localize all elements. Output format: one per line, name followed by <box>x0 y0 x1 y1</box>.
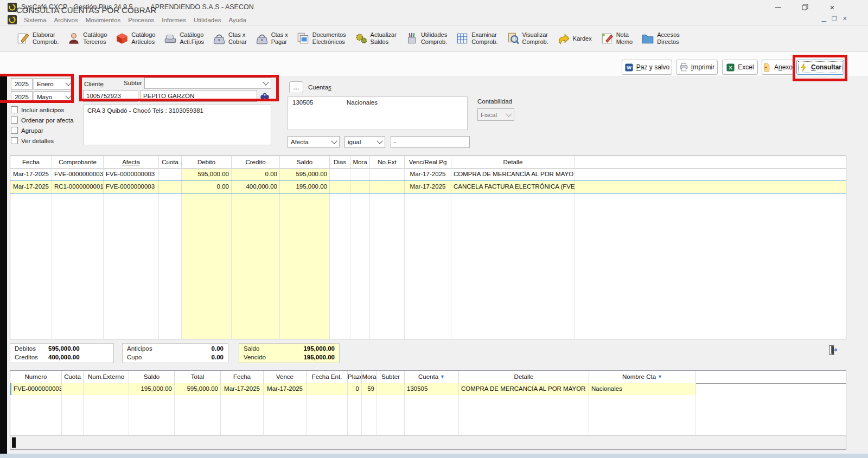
cliente-nombre-field[interactable]: PEPITO GARZÓN <box>140 90 257 102</box>
toolbar-button-accesos-directos[interactable]: AccesosDirectos <box>641 31 680 46</box>
close-icon[interactable]: × <box>828 3 837 11</box>
detail-grid[interactable]: Numero Cuota Num.Externo Saldo Total Fec… <box>10 370 846 450</box>
column-header[interactable]: Saldo <box>280 156 330 169</box>
cupo-value: 0.00 <box>212 353 224 362</box>
filtro-valor-field[interactable]: - <box>391 136 470 148</box>
toolbar-button-catalogo-actifijos[interactable]: CatálogoActi.Fijos <box>163 31 204 46</box>
main-grid[interactable]: Fecha Comprobante Afecta Cuota Debito Cr… <box>10 156 846 339</box>
year-to-field[interactable]: 2025 <box>11 91 33 103</box>
column-header[interactable]: Dias <box>330 156 350 169</box>
excel-button[interactable]: X Excel <box>722 60 758 75</box>
month-to-select[interactable]: Mayo <box>34 91 74 103</box>
checkbox-icon <box>11 106 18 113</box>
compose-document-icon <box>16 31 30 46</box>
toolbar-button-examinar-comprob[interactable]: ExaminarComprob. <box>455 31 497 46</box>
consultar-button[interactable]: Consultar <box>796 60 844 75</box>
menu-ayuda[interactable]: Ayuda <box>225 17 250 23</box>
folder-icon <box>641 31 655 46</box>
toolbar-button-kardex[interactable]: Kardex <box>557 31 592 46</box>
column-header[interactable]: Cuenta▼ <box>405 371 459 383</box>
month-from-select[interactable]: Enero <box>34 78 74 90</box>
imprimir-button[interactable]: Imprimir <box>676 60 718 75</box>
menu-sistema[interactable]: Sistema <box>20 17 50 23</box>
chevron-down-icon <box>506 111 512 117</box>
checkbox-icon <box>11 117 18 124</box>
menu-informes[interactable]: Informes <box>158 17 190 23</box>
column-header[interactable]: Cuota <box>159 156 182 169</box>
column-header[interactable]: Num.Externo <box>84 371 129 383</box>
toolbar-button-documentos-electronicos[interactable]: DocumentosElectrónicos <box>296 31 346 46</box>
column-header[interactable]: Subter <box>377 371 405 383</box>
igual-select[interactable]: igual <box>344 136 385 148</box>
buscar-cliente-button[interactable] <box>259 91 270 101</box>
column-header[interactable]: Cuota <box>62 371 84 383</box>
column-header[interactable]: Numero <box>10 371 62 383</box>
checkbox-agrupar[interactable]: Agrupar <box>11 127 43 134</box>
column-header[interactable]: Mora <box>350 156 370 169</box>
column-header[interactable]: Saldo <box>129 371 175 383</box>
column-header[interactable]: Detalle <box>451 156 575 169</box>
checkbox-icon <box>11 127 18 134</box>
toolbar-button-ctas-x-pagar[interactable]: Ctas xPagar <box>255 31 288 46</box>
cliente-id-field[interactable]: 1005752923 <box>83 90 138 102</box>
summary-debitos-creditos: Debitos595,000.00 Creditos400,000.00 <box>10 343 114 363</box>
toolbar-button-elaborar-comprob[interactable]: ElaborarComprob. <box>16 31 59 46</box>
toolbar-button-actualizar-saldos[interactable]: ActualizarSaldos <box>354 31 397 46</box>
toolbar-button-catalogo-articulos[interactable]: CatálogoArtículos <box>115 31 155 46</box>
mdi-restore-icon[interactable]: ❐ <box>832 15 837 22</box>
paz-y-salvo-button[interactable]: W Paz y salvo <box>622 60 672 75</box>
restore-icon[interactable] <box>801 3 809 11</box>
column-header[interactable]: Plazo <box>348 371 362 383</box>
checkbox-ver-detalles[interactable]: Ver detalles <box>11 137 54 144</box>
subter-label: Subter <box>124 80 142 86</box>
vencido-value: 195,000.00 <box>303 353 335 362</box>
year-from-field[interactable]: 2025 <box>11 78 33 90</box>
checkbox-incluir-anticipos[interactable]: Incluir anticipos <box>11 106 64 113</box>
toolbar-button-utilidades-comprob[interactable]: UtilidadesComprob. <box>405 31 447 46</box>
table-row[interactable]: Mar-17-2025 FVE-0000000003 FVE-000000000… <box>10 169 846 180</box>
attachment-document-icon <box>762 63 771 72</box>
column-header[interactable]: Afecta <box>104 156 159 169</box>
summary-anticipos-cupo: Anticipos0.00 Cupo0.00 <box>122 343 228 363</box>
button-label: Paz y salvo <box>636 63 669 71</box>
column-header[interactable]: Nombre Cta▼ <box>589 371 696 383</box>
column-header[interactable]: Debito <box>182 156 232 169</box>
afecta-select[interactable]: Afecta <box>288 136 340 148</box>
column-header[interactable]: No.Ext <box>370 156 405 169</box>
column-header[interactable]: Fecha <box>221 371 264 383</box>
minimize-icon[interactable] <box>774 3 782 11</box>
toolbar-button-nota-memo[interactable]: NotaMemo <box>600 31 633 46</box>
toolbar-button-visualizar-comprob[interactable]: VisualizarComprob. <box>506 31 548 46</box>
subter-select[interactable] <box>144 78 271 89</box>
anexo-button[interactable]: Anexo <box>762 60 793 75</box>
cuentas-listbox[interactable]: 130505 Nacionales <box>288 96 468 130</box>
column-header[interactable]: Credito <box>232 156 280 169</box>
page-title: CONSULTA CUENTAS POR COBRAR <box>16 5 156 15</box>
menu-procesos[interactable]: Procesos <box>124 17 158 23</box>
column-header[interactable]: Vence <box>264 371 307 383</box>
cuentas-browse-button[interactable]: ... <box>289 81 303 93</box>
toolbar-button-ctas-x-cobrar[interactable]: Ctas xCobrar <box>212 31 247 46</box>
menu-movimientos[interactable]: Movimientos <box>82 17 125 23</box>
column-header[interactable]: Fecha Ent. <box>307 371 348 383</box>
kardex-arrow-icon <box>557 31 571 46</box>
mdi-close-icon[interactable]: ✕ <box>843 15 847 22</box>
lightning-icon <box>799 63 808 72</box>
menu-utilidades[interactable]: Utilidades <box>190 17 225 23</box>
table-row-selected[interactable]: Mar-17-2025 RC1-0000000001 FVE-000000000… <box>10 180 846 193</box>
table-row-selected[interactable]: FVE-0000000003 195,000.00 595,000.00 Mar… <box>10 383 846 395</box>
column-header[interactable]: Mora <box>362 371 377 383</box>
column-header[interactable]: Detalle <box>459 371 589 383</box>
sort-down-icon: ▼ <box>440 371 445 383</box>
mdi-minimize-icon[interactable]: ▁ <box>821 15 826 22</box>
toolbar-button-catalogo-terceros[interactable]: CatálogoTerceros <box>67 31 107 46</box>
checkbox-ordenar-por-afecta[interactable]: Ordenar por afecta <box>11 117 74 124</box>
horizontal-scrollbar[interactable] <box>10 435 846 449</box>
exit-button[interactable] <box>827 344 839 356</box>
menu-archivos[interactable]: Archivos <box>50 17 82 23</box>
column-header[interactable]: Fecha <box>10 156 52 169</box>
column-header[interactable]: Total <box>175 371 221 383</box>
column-header[interactable]: Venc/Real.Pg <box>405 156 451 169</box>
column-header[interactable]: Comprobante <box>52 156 104 169</box>
contabilidad-select[interactable]: Fiscal <box>477 108 514 121</box>
